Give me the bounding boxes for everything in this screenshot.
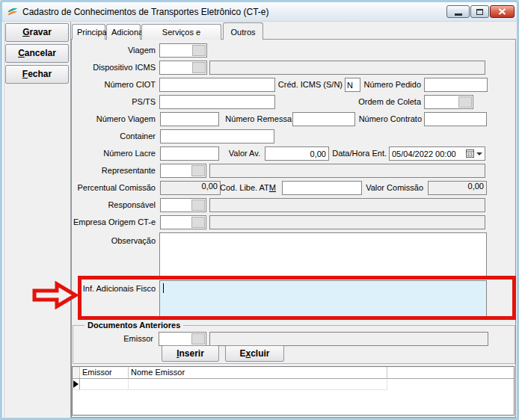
minimize-icon [455,13,462,16]
ps-ts-input[interactable] [159,95,275,109]
responsavel-descricao [209,198,485,212]
observacao-textarea[interactable] [159,232,487,278]
ordem-coleta-input[interactable] [425,96,458,108]
responsavel-input[interactable] [161,199,191,211]
emissor-field [159,332,206,346]
dropdown-arrow-icon[interactable] [476,152,482,155]
container-label: Container [21,129,156,143]
representante-field [160,164,206,178]
emissor-descricao [209,332,488,346]
emissor-label: Emissor [64,332,153,346]
emissor-lookup-button[interactable] [191,333,205,345]
cte-window: Cadastro de Conhecimentos de Transportes… [0,0,519,420]
numero-pedido-input[interactable] [424,78,488,92]
dispositivo-icms-input[interactable] [160,61,191,74]
calendar-icon [466,149,474,158]
representante-input[interactable] [161,164,191,177]
numero-lacre-label: Número Lacre [21,146,156,161]
ordem-coleta-field [424,95,473,109]
grid-header-filler [387,367,514,379]
current-row-icon [73,380,79,388]
tab-servicos-e-impostos[interactable]: Serviços e Impostos [141,24,221,40]
close-button[interactable] [490,5,515,18]
grid-row-selector[interactable] [73,379,80,390]
observacao-label: Observação [21,234,156,248]
numero-pedido-label: Número Pedido [331,78,421,92]
inf-adicionais-fisco-textarea[interactable] [159,280,487,317]
data-hora-ent-label: Data/Hora Ent. [297,146,387,161]
empresa-origem-cte-input[interactable] [161,216,191,229]
title-bar: Cadastro de Conhecimentos de Transportes… [2,2,517,22]
grid-cell[interactable] [80,379,129,390]
restore-icon [476,9,483,15]
representante-lookup-button[interactable] [191,165,205,176]
data-hora-ent-input[interactable]: 05/04/2022 00:00 [389,146,485,161]
numero-viagem-label: Número Viagem [21,112,156,126]
container-input[interactable] [160,129,274,143]
viagem-label: Viagem [21,43,156,58]
text-caret [163,283,164,293]
dispositivo-icms-lookup-button[interactable] [192,62,206,73]
window-title: Cadastro de Conhecimentos de Transportes… [22,2,269,22]
documentos-anteriores-title: Documentos Anteriores [85,320,183,330]
cod-libe-atm-label: Cod. Libe. ATM [186,181,276,195]
numero-contrato-input[interactable] [424,112,487,126]
tab-adicional[interactable]: Adicional [106,24,141,40]
tab-principal[interactable]: Principal [72,24,105,40]
responsavel-lookup-button[interactable] [191,200,205,211]
viagem-field [159,43,207,58]
valor-comissao-value: 0,00 [428,181,487,195]
viagem-lookup-button[interactable] [192,45,206,56]
ps-ts-label: PS/TS [21,95,156,109]
representante-label: Representante [21,164,156,178]
documentos-anteriores-grid: Emissor Nome Emissor [72,366,515,416]
grid-header-emissor: Emissor [80,367,129,379]
grid-header-nome-emissor: Nome Emissor [129,367,387,379]
minimize-button[interactable] [446,5,470,18]
grid-selector-header [73,367,80,379]
numero-ciot-label: Número CIOT [21,78,156,92]
gravar-button[interactable]: Gravar [5,23,69,42]
valor-comissao-label: Valor Comissão [334,181,423,195]
app-logo-icon [7,6,19,18]
tab-outros[interactable]: Outros [223,22,263,40]
dispositivo-icms-descricao [209,61,485,75]
empresa-origem-cte-label: Empresa Origem CT-e [21,215,156,229]
inf-adicionais-fisco-label: Inf. Adicionais Fisco [21,282,156,296]
emissor-input[interactable] [159,333,191,345]
grid-cell[interactable] [129,379,387,390]
restore-button[interactable] [470,5,489,18]
dispositivo-icms-label: Dispositivo ICMS [21,61,156,75]
responsavel-label: Responsável [21,198,156,212]
empresa-origem-cte-descricao [209,215,485,229]
data-hora-ent-value: 05/04/2022 00:00 [392,149,464,158]
viagem-input[interactable] [160,44,191,57]
percentual-comissao-label: Percentual Comissão [21,181,156,195]
dispositivo-icms-field [159,61,207,75]
inserir-button[interactable]: Inserir [162,345,219,362]
ordem-coleta-label: Ordem de Coleta [331,95,421,109]
cred-icms-label: Créd. ICMS (S/N) [253,78,343,92]
representante-descricao [209,164,485,178]
responsavel-field [160,198,206,212]
empresa-origem-cte-field [160,215,206,229]
numero-remessa-label: Número Remessa [202,112,292,126]
close-icon [498,8,506,15]
excluir-button[interactable]: Excluir [225,345,284,362]
valor-av-label: Valor Av. [171,146,260,161]
numero-contrato-label: Número Contrato [332,112,422,126]
empresa-origem-cte-lookup-button[interactable] [191,217,205,228]
ordem-coleta-lookup-button[interactable] [458,96,472,108]
